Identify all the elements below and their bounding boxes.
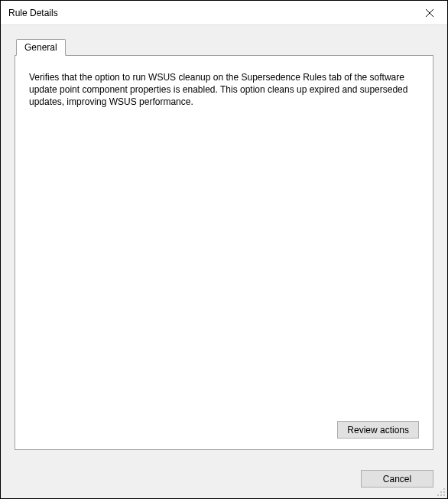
close-button[interactable]	[412, 1, 447, 25]
content-area: General Verifies that the option to run …	[1, 25, 447, 464]
svg-point-7	[443, 494, 445, 496]
review-actions-button[interactable]: Review actions	[337, 421, 419, 439]
tab-container: General Verifies that the option to run …	[15, 39, 433, 450]
rule-description: Verifies that the option to run WSUS cle…	[29, 71, 419, 109]
dialog-footer: Cancel	[1, 464, 447, 498]
panel-spacer	[29, 109, 419, 421]
close-icon	[426, 9, 433, 17]
window-title: Rule Details	[8, 8, 412, 18]
svg-point-4	[443, 491, 445, 493]
titlebar: Rule Details	[1, 1, 447, 25]
svg-point-2	[443, 488, 445, 490]
tab-general[interactable]: General	[16, 39, 66, 56]
tab-panel-general: Verifies that the option to run WSUS cle…	[15, 55, 433, 450]
svg-point-5	[437, 494, 439, 496]
panel-footer: Review actions	[29, 421, 419, 439]
resize-grip-icon[interactable]	[437, 488, 446, 497]
tab-row: General	[15, 39, 433, 56]
svg-point-3	[440, 491, 442, 493]
cancel-button[interactable]: Cancel	[361, 470, 433, 488]
svg-point-6	[440, 494, 442, 496]
